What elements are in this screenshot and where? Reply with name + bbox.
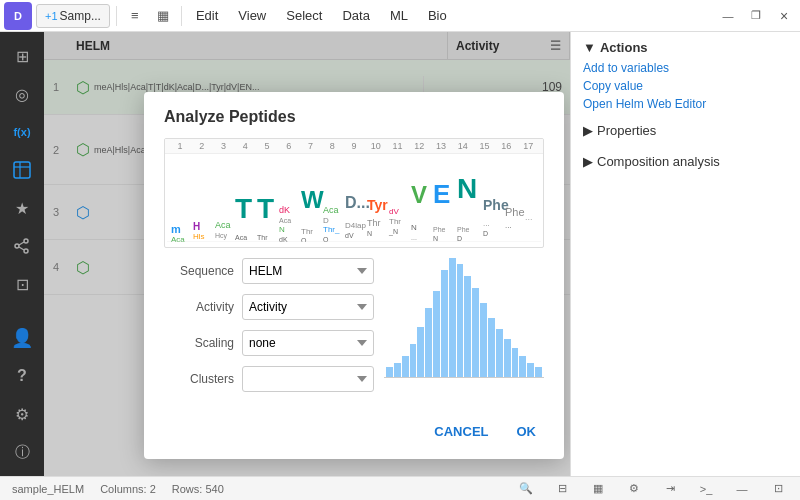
svg-text:m: m	[171, 223, 181, 235]
clusters-label: Clusters	[164, 372, 234, 386]
composition-section: ▶ Composition analysis	[583, 150, 788, 173]
status-bar: sample_HELM Columns: 2 Rows: 540 🔍 ⊟ ▦ ⚙…	[0, 476, 800, 500]
sequence-select[interactable]: HELM	[242, 258, 374, 284]
svg-text:_N: _N	[388, 228, 398, 236]
svg-text:N: N	[411, 223, 417, 232]
svg-text:Phe: Phe	[433, 226, 446, 233]
hist-bar	[417, 327, 424, 377]
hist-bar	[386, 367, 393, 377]
close-icon[interactable]: ×	[772, 4, 796, 28]
svg-text:D: D	[323, 216, 329, 225]
sidebar-icon-chart[interactable]: ◎	[6, 78, 38, 110]
hist-bar	[410, 344, 417, 377]
properties-label: Properties	[597, 123, 656, 138]
select-menu[interactable]: Select	[278, 4, 330, 28]
add-to-variables-link[interactable]: Add to variables	[583, 61, 788, 75]
view-menu[interactable]: View	[230, 4, 274, 28]
actions-label: Actions	[600, 40, 648, 55]
activity-form-row: Activity Activity	[164, 294, 374, 320]
sidebar-icon-table[interactable]	[6, 154, 38, 186]
svg-text:E: E	[433, 179, 450, 209]
sidebar-icon-grid[interactable]: ⊞	[6, 40, 38, 72]
svg-text:dV: dV	[345, 232, 354, 239]
hist-bar	[441, 270, 448, 377]
restore-status-icon[interactable]: ⊡	[768, 479, 788, 499]
seq-numbers: 1 2 3 4 5 6 7 8 9 10 11 12 13 14	[165, 139, 543, 154]
svg-point-4	[24, 249, 28, 253]
table-status-icon[interactable]: ▦	[588, 479, 608, 499]
svg-text:D: D	[483, 230, 488, 237]
copy-value-link[interactable]: Copy value	[583, 79, 788, 93]
columns-count: Columns: 2	[100, 483, 156, 495]
seq-logo-svg: m Aca H Hls Aca Hcy T Aca T	[167, 158, 541, 242]
svg-text:Tyr: Tyr	[367, 197, 388, 213]
clusters-select[interactable]	[242, 366, 374, 392]
grid-area: HELM Activity ☰ 1 ⬡ meA|Hls|Aca|T|T|dK|A…	[44, 32, 570, 476]
tab-item[interactable]: +1 Samp...	[36, 4, 110, 28]
scaling-label: Scaling	[164, 336, 234, 350]
bar-chart-icon[interactable]: ▦	[151, 4, 175, 28]
rows-count: Rows: 540	[172, 483, 224, 495]
svg-text:V: V	[411, 181, 427, 208]
restore-icon[interactable]: ❐	[744, 4, 768, 28]
analyze-peptides-modal: Analyze Peptides 1 2 3 4 5 6 7 8 9 10	[144, 92, 564, 459]
ok-button[interactable]: OK	[509, 420, 545, 443]
hist-bar	[425, 308, 432, 377]
sidebar-icon-settings[interactable]: ⚙	[6, 398, 38, 430]
svg-text:Hcy: Hcy	[215, 232, 228, 240]
search-status-icon[interactable]: 🔍	[516, 479, 536, 499]
bio-menu[interactable]: Bio	[420, 4, 455, 28]
cancel-button[interactable]: CANCEL	[426, 420, 496, 443]
svg-text:Thr: Thr	[389, 217, 401, 226]
divider2	[181, 6, 182, 26]
data-menu[interactable]: Data	[334, 4, 377, 28]
app-logo: D	[4, 2, 32, 30]
svg-text:Aca: Aca	[215, 220, 231, 230]
sidebar-icon-star[interactable]: ★	[6, 192, 38, 224]
svg-point-3	[24, 239, 28, 243]
open-helm-editor-link[interactable]: Open Helm Web Editor	[583, 97, 788, 111]
properties-collapsible[interactable]: ▶ Properties	[583, 119, 788, 142]
svg-point-5	[15, 244, 19, 248]
list-view-icon[interactable]: ≡	[123, 4, 147, 28]
sidebar-icon-info[interactable]: ⓘ	[6, 436, 38, 468]
minimize-icon[interactable]: —	[716, 4, 740, 28]
scaling-select[interactable]: none zscore minmax	[242, 330, 374, 356]
properties-arrow: ▶	[583, 123, 593, 138]
svg-text:Thr_: Thr_	[323, 225, 340, 234]
minimize-status-icon[interactable]: —	[732, 479, 752, 499]
filter-status-icon[interactable]: ⚙	[624, 479, 644, 499]
ml-menu[interactable]: ML	[382, 4, 416, 28]
hist-bar	[402, 356, 409, 377]
svg-text:...: ...	[411, 234, 417, 241]
sidebar-icon-user[interactable]: 👤	[6, 322, 38, 354]
svg-text:dV: dV	[389, 207, 399, 216]
hist-bar	[504, 339, 511, 377]
svg-text:...: ...	[505, 221, 512, 230]
sidebar-icon-layout[interactable]: ⊡	[6, 268, 38, 300]
layout-status-icon[interactable]: ⊟	[552, 479, 572, 499]
edit-menu[interactable]: Edit	[188, 4, 226, 28]
composition-label: Composition analysis	[597, 154, 720, 169]
sidebar-icon-share[interactable]	[6, 230, 38, 262]
composition-arrow: ▶	[583, 154, 593, 169]
svg-text:Thr: Thr	[367, 218, 381, 228]
sidebar-icon-help[interactable]: ?	[6, 360, 38, 392]
svg-text:H: H	[193, 221, 200, 232]
hist-bar	[433, 291, 440, 377]
svg-text:T: T	[257, 193, 274, 224]
modal-overlay: Analyze Peptides 1 2 3 4 5 6 7 8 9 10	[44, 32, 570, 476]
svg-line-6	[19, 242, 24, 245]
svg-line-7	[19, 247, 24, 250]
svg-text:Q: Q	[323, 236, 329, 242]
sidebar-icon-function[interactable]: f(x)	[6, 116, 38, 148]
terminal-status-icon[interactable]: >_	[696, 479, 716, 499]
svg-text:Thr: Thr	[257, 234, 268, 241]
composition-collapsible[interactable]: ▶ Composition analysis	[583, 150, 788, 173]
expand-status-icon[interactable]: ⇥	[660, 479, 680, 499]
svg-text:Aca: Aca	[279, 217, 291, 224]
activity-select[interactable]: Activity	[242, 294, 374, 320]
hist-bar	[457, 264, 464, 377]
svg-text:...: ...	[525, 212, 533, 222]
main-area: ⊞ ◎ f(x) ★ ⊡ 👤 ? ⚙ ⓘ HELM Activity ☰	[0, 32, 800, 476]
